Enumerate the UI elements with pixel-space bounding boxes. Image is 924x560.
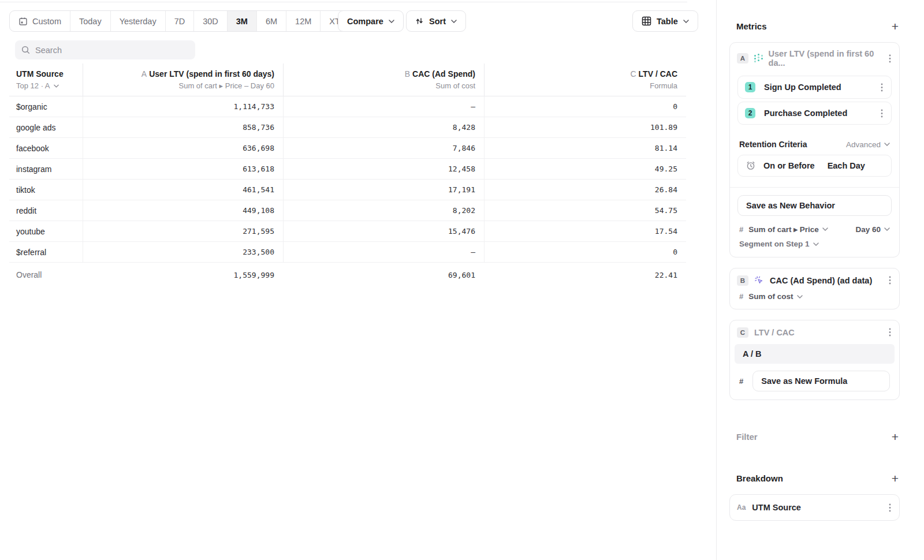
metrics-title: Metrics [736,21,767,31]
filter-section-header: Filter + [736,430,899,443]
column-header-b[interactable]: BCAC (Ad Spend) Sum of cost [283,64,484,96]
kebab-menu-icon[interactable] [888,275,892,286]
ad-click-sparkle-icon [754,275,764,285]
save-as-new-behavior-button[interactable]: Save as New Behavior [737,195,892,216]
retention-criteria-row: Retention Criteria Advanced [739,140,890,149]
metric-a-header[interactable]: A User LTV (spend in first 60 da... [730,43,899,73]
table-header: UTM Source Top 12 · A AUser LTV (spend i… [9,64,686,96]
query-sidebar: Metrics + A User LTV (spend in first 60 … [716,0,924,560]
metric-card-c: C LTV / CAC A / B # Save as New Formula [729,320,900,400]
aggregation-dropdown[interactable]: Sum of cost [748,292,802,301]
step-event-name: Purchase Completed [764,109,847,118]
divider [730,187,899,188]
table-overall-row: Overall 1,559,999 69,601 22.41 [9,263,686,287]
chevron-down-icon [813,242,819,246]
date-range-control: Custom Today Yesterday 7D 30D 3M 6M 12M … [9,10,367,32]
column-header-c[interactable]: CLTV / CAC Formula [484,64,686,96]
sort-button[interactable]: Sort [406,10,466,32]
retention-criteria-title: Retention Criteria [739,140,807,149]
table-row[interactable]: $referral 233,500 – 0 [9,242,686,263]
step-1-event[interactable]: 1 Sign Up Completed [737,76,892,99]
add-filter-button[interactable]: + [892,431,899,443]
step-number-badge: 1 [745,82,755,92]
timing-unit: Each Day [828,161,865,170]
compare-label: Compare [347,17,383,26]
metric-b-header[interactable]: B CAC (Ad Spend) (ad data) [730,268,899,291]
behavior-dots-icon [754,54,763,63]
metric-letter-badge: C [737,327,748,338]
table-row[interactable]: tiktok 461,541 17,191 26.84 [9,180,686,200]
metric-card-b: B CAC (Ad Spend) (ad data) # Sum of cost [729,268,900,309]
metrics-section-header: Metrics + [736,20,899,32]
table-row[interactable]: instagram 613,618 12,458 49.25 [9,159,686,180]
number-type-icon: # [739,292,743,301]
breakdown-title: Breakdown [736,473,783,483]
date-range-yesterday[interactable]: Yesterday [111,11,166,31]
chevron-down-icon [884,143,890,146]
view-label: Table [657,17,678,26]
row-dimension-title: UTM Source [16,69,74,79]
search-input[interactable] [35,46,189,55]
formula-input[interactable]: A / B [735,344,895,364]
date-range-3m-selected[interactable]: 3M [228,11,257,31]
date-range-today[interactable]: Today [70,11,111,31]
metric-letter-badge: A [737,53,748,64]
sort-arrows-icon [415,17,424,25]
kebab-menu-icon[interactable] [888,502,892,513]
kebab-menu-icon[interactable] [888,53,892,64]
chevron-down-icon [822,227,828,231]
calendar-icon [18,17,28,26]
aggregation-dropdown[interactable]: Sum of cart ▸ Price [748,225,828,234]
chevron-down-icon [389,20,394,23]
top-divider [0,2,687,2]
table-grid-icon [642,16,651,26]
save-as-new-formula-button[interactable]: Save as New Formula [752,371,890,391]
segment-on-step-dropdown[interactable]: Segment on Step 1 [739,240,890,248]
chevron-down-icon [884,227,890,231]
filter-title: Filter [736,432,758,442]
retention-advanced-dropdown[interactable]: Advanced [846,140,890,149]
aggregation-row: # Sum of cart ▸ Price Day 60 [739,225,890,234]
row-dimension-subtitle[interactable]: Top 12 · A [16,81,74,90]
number-type-icon: # [739,225,743,234]
step-2-event[interactable]: 2 Purchase Completed [737,102,892,125]
kebab-menu-icon[interactable] [888,327,892,338]
search-icon [21,46,30,54]
results-table: UTM Source Top 12 · A AUser LTV (spend i… [9,64,686,287]
view-selector-button[interactable]: Table [632,10,698,32]
aggregation-row: # Sum of cost [739,292,890,309]
kebab-menu-icon[interactable] [880,108,884,119]
metric-letter-badge: B [737,275,748,286]
alarm-clock-icon [746,160,756,171]
chevron-down-icon [451,20,457,23]
retention-timing-selector[interactable]: On or Before Each Day [737,155,892,177]
table-row[interactable]: $organic 1,114,733 – 0 [9,96,686,117]
step-event-name: Sign Up Completed [764,83,841,92]
add-breakdown-button[interactable]: + [892,472,899,484]
table-row[interactable]: facebook 636,698 7,846 81.14 [9,138,686,159]
table-row[interactable]: reddit 449,108 8,202 54.75 [9,200,686,221]
table-row[interactable]: google ads 858,736 8,428 101.89 [9,117,686,138]
compare-button[interactable]: Compare [338,10,404,32]
breakdown-item-utm-source[interactable]: Aa UTM Source [729,494,900,521]
column-header-a[interactable]: AUser LTV (spend in first 60 days) Sum o… [83,64,283,96]
breakdown-section-header: Breakdown + [736,472,899,484]
step-number-badge: 2 [745,108,755,118]
kebab-menu-icon[interactable] [880,82,884,93]
date-range-6m[interactable]: 6M [257,11,286,31]
chevron-down-icon [683,20,689,23]
string-property-icon: Aa [737,503,746,512]
date-range-12m[interactable]: 12M [286,11,321,31]
number-type-icon: # [739,377,743,386]
metric-card-a: A User LTV (spend in first 60 da... 1 Si… [729,42,900,257]
date-range-custom[interactable]: Custom [10,11,70,31]
date-range-7d[interactable]: 7D [166,11,195,31]
window-dropdown[interactable]: Day 60 [855,225,890,234]
chevron-down-icon [54,84,59,88]
metric-c-header[interactable]: C LTV / CAC [730,320,899,343]
table-row[interactable]: youtube 271,595 15,476 17.54 [9,221,686,242]
date-range-30d[interactable]: 30D [194,11,228,31]
add-metric-button[interactable]: + [892,20,899,32]
search-box [15,40,195,59]
breakdown-property-name: UTM Source [752,503,801,512]
